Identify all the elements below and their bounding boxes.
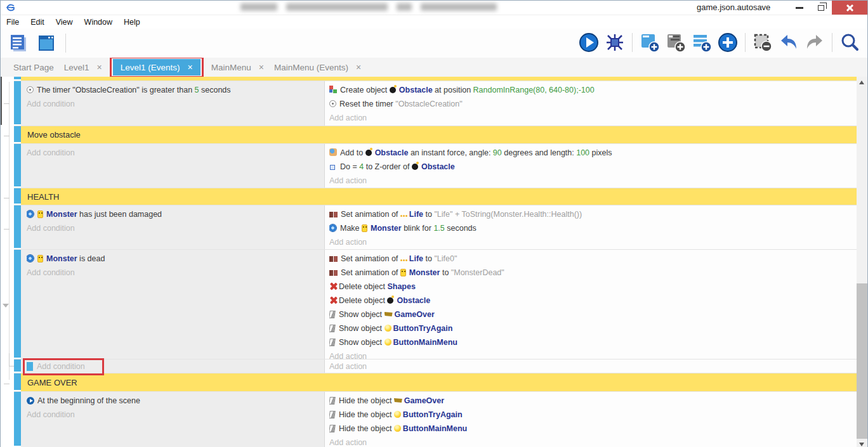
- action-line[interactable]: Show object ButtonMainMenu: [329, 335, 852, 349]
- minimize-button[interactable]: [789, 1, 810, 15]
- add-event-icon: [640, 32, 660, 53]
- tab-label: Level1 (Events): [121, 63, 180, 72]
- text-segment: Monster: [46, 254, 77, 263]
- menu-view[interactable]: View: [50, 16, 79, 28]
- action-line[interactable]: Create object Obstacle at position Rando…: [329, 83, 852, 97]
- scene-editor-button[interactable]: [35, 32, 58, 55]
- text-segment: Hide the object: [339, 424, 394, 433]
- undo-button[interactable]: [777, 31, 800, 54]
- remove-event-button[interactable]: [751, 31, 774, 54]
- group-header-game-over[interactable]: GAME OVER: [14, 373, 857, 392]
- gameover-object-icon: [385, 312, 393, 316]
- scrollbar-thumb[interactable]: [857, 283, 867, 439]
- annotation-box-tab: Level1 (Events) ×: [110, 56, 204, 78]
- add-condition[interactable]: Add condition: [27, 146, 319, 160]
- vertical-scrollbar[interactable]: [857, 77, 867, 447]
- undo-icon: [779, 32, 799, 53]
- event-row-empty: Add condition Add action: [14, 360, 857, 373]
- condition-line[interactable]: The timer "ObstacleCreation" is greater …: [27, 83, 319, 97]
- action-line[interactable]: Delete object Shapes: [329, 280, 852, 294]
- project-manager-button[interactable]: [7, 32, 30, 55]
- add-event-button[interactable]: [638, 31, 661, 54]
- redo-button[interactable]: [803, 31, 826, 54]
- add-subevent-button[interactable]: [664, 31, 687, 54]
- event-drag-handle-icon[interactable]: [27, 362, 33, 371]
- tab-mainmenu[interactable]: MainMenu ×: [206, 60, 269, 75]
- add-comment-button[interactable]: [690, 31, 713, 54]
- menu-file[interactable]: File: [1, 16, 25, 28]
- add-action[interactable]: Add action: [329, 235, 852, 249]
- group-header-partial[interactable]: [14, 77, 857, 81]
- tab-close-icon[interactable]: ×: [259, 62, 264, 72]
- scene-begin-icon: [27, 397, 34, 405]
- event-row: Monster has just been damaged Add condit…: [14, 205, 857, 250]
- preview-play-button[interactable]: [577, 31, 600, 54]
- search-button[interactable]: [838, 31, 861, 54]
- delete-object-icon: [329, 283, 336, 290]
- text-segment: Add to: [340, 148, 365, 157]
- tab-level1-events[interactable]: Level1 (Events) ×: [113, 59, 201, 75]
- tab-level1[interactable]: Level1 ×: [59, 60, 107, 75]
- collapse-arrow-icon[interactable]: [3, 304, 9, 308]
- add-condition[interactable]: Add condition: [27, 266, 319, 280]
- debug-button[interactable]: [603, 31, 626, 54]
- menu-window[interactable]: Window: [79, 16, 118, 28]
- action-line[interactable]: Show object GameOver: [329, 308, 852, 321]
- action-line[interactable]: Set animation of Life to "Life" + ToStri…: [329, 207, 852, 221]
- text-segment: Set animation of: [341, 210, 400, 219]
- add-action[interactable]: Add action: [329, 436, 852, 447]
- tab-close-icon[interactable]: ×: [188, 62, 193, 72]
- tab-label: Start Page: [13, 63, 54, 72]
- tab-label: Level1: [64, 63, 89, 72]
- group-header-health[interactable]: HEALTH: [14, 188, 857, 205]
- text-segment: Set animation of: [341, 268, 400, 277]
- condition-line[interactable]: Monster has just been damaged: [27, 207, 319, 221]
- action-line[interactable]: Set animation of Monster to "MonsterDead…: [329, 266, 852, 280]
- tree-guide: [4, 103, 10, 104]
- tab-close-icon[interactable]: ×: [97, 62, 102, 72]
- remove-event-icon: [753, 32, 773, 53]
- action-line[interactable]: Do = 4 to Z-order of Obstacle: [329, 160, 852, 174]
- action-line[interactable]: Hide the object ButtonMainMenu: [329, 422, 852, 436]
- menu-help[interactable]: Help: [118, 16, 146, 28]
- add-condition[interactable]: Add condition: [27, 221, 319, 235]
- tab-start-page[interactable]: Start Page: [8, 60, 59, 75]
- toolbar-separator: [632, 33, 633, 52]
- text-segment: an instant force, angle:: [408, 148, 492, 157]
- add-condition[interactable]: Add condition: [27, 97, 319, 111]
- add-condition-highlighted[interactable]: Add condition: [27, 360, 319, 373]
- event-row: Add condition Add to Obstacle an instant…: [14, 144, 857, 188]
- add-action[interactable]: Add action: [329, 360, 852, 373]
- scroll-down-icon[interactable]: [859, 443, 864, 446]
- delete-object-icon: [329, 297, 336, 304]
- add-condition[interactable]: Add condition: [27, 408, 319, 422]
- menu-edit[interactable]: Edit: [25, 16, 50, 28]
- add-element-button[interactable]: [716, 31, 739, 54]
- behavior-icon: [27, 211, 34, 217]
- tab-close-icon[interactable]: ×: [356, 62, 361, 72]
- add-action[interactable]: Add action: [329, 111, 852, 125]
- scroll-up-icon[interactable]: [859, 81, 864, 84]
- text-segment: Delete object: [339, 296, 387, 305]
- action-line[interactable]: Make Monster blink for 1.5 seconds: [329, 221, 852, 235]
- action-line[interactable]: Hide the object GameOver: [329, 394, 852, 408]
- action-line[interactable]: Reset the timer "ObstacleCreation": [329, 97, 852, 111]
- action-line[interactable]: Delete object Obstacle: [329, 294, 852, 308]
- tree-guide: [4, 198, 10, 198]
- tab-mainmenu-events[interactable]: MainMenu (Events) ×: [269, 60, 366, 75]
- condition-line[interactable]: At the beginning of the scene: [27, 394, 319, 408]
- set-animation-icon: [329, 270, 338, 276]
- restore-button[interactable]: [810, 1, 832, 15]
- action-line[interactable]: Hide the object ButtonTryAgain: [329, 408, 852, 422]
- group-header-move-obstacle[interactable]: Move obstacle: [14, 126, 857, 144]
- action-line[interactable]: Set animation of Life to "Life0": [329, 252, 852, 266]
- close-button[interactable]: [832, 1, 867, 15]
- monster-object-icon: [362, 224, 367, 232]
- group-band: [21, 77, 857, 81]
- bomb-object-icon: [387, 297, 393, 304]
- action-line[interactable]: Add to Obstacle an instant force, angle:…: [329, 146, 852, 160]
- add-action[interactable]: Add action: [329, 174, 852, 188]
- text-segment: "Life0": [434, 254, 457, 263]
- action-line[interactable]: Show object ButtonTryAgain: [329, 321, 852, 335]
- condition-line[interactable]: Monster is dead: [27, 252, 319, 266]
